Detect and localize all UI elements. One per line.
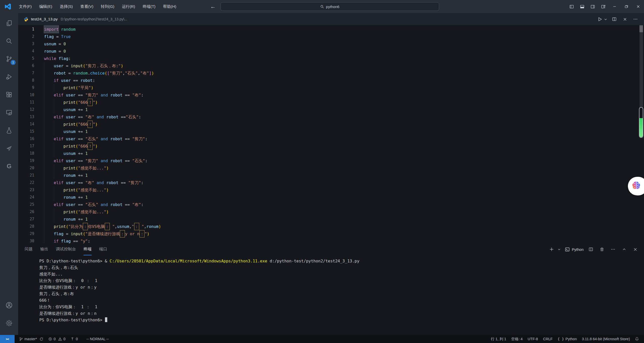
source-control-icon[interactable]: 1	[3, 53, 15, 65]
tab-test24_3_13[interactable]: test24_3_13.py D:\python-test\python2\te…	[18, 13, 132, 25]
indentation-item[interactable]: 空格: 4	[509, 335, 525, 343]
code-line-20[interactable]: 20print("感觉不如...")	[18, 164, 644, 172]
menu-edit[interactable]: 编辑(E)	[35, 2, 56, 11]
split-editor-icon[interactable]	[610, 15, 618, 23]
customize-layout-icon[interactable]	[598, 0, 609, 13]
run-python-file-icon[interactable]	[596, 15, 604, 23]
panel-more-icon[interactable]	[609, 246, 617, 253]
menu-view[interactable]: 查看(V)	[77, 2, 97, 11]
branch-icon	[19, 337, 23, 341]
code-line-2[interactable]: 2flag = True	[18, 33, 644, 40]
code-line-5[interactable]: 5while flag:	[18, 55, 644, 62]
code-line-30[interactable]: 30if flag == "y":	[18, 237, 644, 243]
maximize-panel-icon[interactable]	[620, 246, 628, 253]
panel-tab-output[interactable]: 输出	[40, 243, 48, 255]
explorer-icon[interactable]	[3, 17, 15, 29]
menu-goto[interactable]: 转到(G)	[97, 2, 118, 11]
code-line-14[interactable]: 14print("666！")	[18, 121, 644, 128]
back-arrow-icon[interactable]: ←	[210, 3, 216, 10]
code-editor[interactable]: 1import random2flag = True3usnum = 04ron…	[18, 25, 644, 243]
panel-tab-problems[interactable]: 问题	[25, 243, 33, 255]
line-number: 19	[18, 157, 34, 164]
toggle-sidebar-icon[interactable]	[566, 0, 577, 13]
code-line-29[interactable]: 29flag = input("是否继续进行游戏：y or n：")	[18, 230, 644, 237]
terminal-profile-dropdown-icon[interactable]	[557, 246, 561, 253]
language-mode-item[interactable]: { } Python	[555, 335, 579, 343]
toggle-panel-icon[interactable]	[577, 0, 587, 13]
code-line-27[interactable]: 27ronum += 1	[18, 216, 644, 223]
new-terminal-icon[interactable]	[548, 246, 555, 253]
line-number: 16	[18, 135, 34, 143]
code-line-11[interactable]: 11print("666！")	[18, 99, 644, 106]
indent-guide	[54, 150, 64, 157]
panel-tab-terminal[interactable]: 终端	[84, 243, 92, 255]
eol-item[interactable]: CRLF	[541, 335, 555, 343]
code-line-17[interactable]: 17print("666！")	[18, 143, 644, 150]
remote-explorer-icon[interactable]	[3, 107, 15, 119]
menu-help[interactable]: 帮助(H)	[159, 2, 180, 11]
split-terminal-icon[interactable]	[587, 246, 595, 253]
panel-tab-ports[interactable]: 端口	[99, 243, 107, 255]
toggle-secondary-sidebar-icon[interactable]	[587, 0, 598, 13]
menu-terminal[interactable]: 终端(T)	[139, 2, 159, 11]
run-dropdown-icon[interactable]	[603, 15, 608, 23]
indent-guide	[54, 216, 64, 223]
code-line-10[interactable]: 10elif user == "剪刀" and robot == "布":	[18, 91, 644, 99]
account-icon[interactable]	[3, 299, 15, 311]
settings-gear-icon[interactable]	[3, 317, 15, 329]
extensions-icon[interactable]	[3, 89, 15, 101]
code-line-6[interactable]: 6user = input("剪刀，石头，布:")	[18, 62, 644, 70]
code-line-18[interactable]: 18usnum += 1	[18, 150, 644, 157]
code-line-19[interactable]: 19elif user == "剪刀" and robot == "石头":	[18, 157, 644, 164]
encoding-item[interactable]: UTF-8	[525, 335, 541, 343]
g-extension-icon[interactable]: G	[3, 160, 15, 172]
terminal-output[interactable]: PS D:\python-test\python6> & C:/Users/20…	[18, 255, 644, 323]
menu-selection[interactable]: 选择(S)	[56, 2, 77, 11]
command-center-search[interactable]: python6	[221, 2, 439, 11]
branch-item[interactable]: master*	[17, 335, 46, 343]
vim-mode-item[interactable]: -- NORMAL --	[84, 335, 111, 343]
terminal-line-8: 比分为：你VS电脑： 1 ： 1	[39, 304, 644, 310]
code-line-23[interactable]: 23print("感觉不如...")	[18, 186, 644, 194]
menu-run[interactable]: 运行(R)	[118, 2, 139, 11]
menu-file[interactable]: 文件(F)	[15, 2, 35, 11]
indent-guide	[44, 143, 54, 150]
code-line-12[interactable]: 12usnum += 1	[18, 106, 644, 113]
panel-tab-debug-console[interactable]: 调试控制台	[56, 243, 76, 255]
minimize-button[interactable]	[609, 0, 620, 13]
broadcast-item[interactable]: 0	[68, 335, 80, 343]
python-interpreter-item[interactable]: 3.11.8 64-bit (Microsoft Store)	[579, 335, 632, 343]
more-actions-icon[interactable]	[631, 15, 639, 23]
code-line-28[interactable]: 28print("比分为：你VS电脑： ",usnum,"： ",ronum)	[18, 223, 644, 230]
code-line-4[interactable]: 4ronum = 0	[18, 48, 644, 55]
code-line-3[interactable]: 3usnum = 0	[18, 40, 644, 48]
problems-item[interactable]: 0 0	[46, 335, 68, 343]
restore-button[interactable]	[620, 0, 632, 13]
ai-assistant-button[interactable]	[628, 177, 644, 195]
code-line-8[interactable]: 8if user == robot:	[18, 77, 644, 84]
code-line-1[interactable]: 1import random	[18, 26, 644, 33]
code-line-15[interactable]: 15usnum += 1	[18, 128, 644, 135]
close-window-button[interactable]	[632, 0, 644, 13]
code-line-26[interactable]: 26print("感觉不如...")	[18, 208, 644, 216]
code-line-25[interactable]: 25elif user == "石头" and robot == "布":	[18, 201, 644, 208]
code-line-13[interactable]: 13elif user == "布" and robot =="石头":	[18, 113, 644, 121]
close-editor-icon[interactable]	[621, 15, 629, 23]
testing-icon[interactable]	[3, 124, 15, 136]
code-line-22[interactable]: 22elif user == "布" and robot == "剪刀":	[18, 179, 644, 186]
code-line-7[interactable]: 7robot = random.choice(["剪刀","石头","布"])	[18, 70, 644, 77]
code-line-24[interactable]: 24ronum += 1	[18, 194, 644, 201]
notifications-bell[interactable]	[632, 335, 641, 343]
code-line-16[interactable]: 16elif user == "石头" and robot == "剪刀":	[18, 135, 644, 143]
close-panel-icon[interactable]	[631, 246, 639, 253]
run-debug-icon[interactable]	[3, 71, 15, 83]
editor-scrollbar[interactable]	[638, 25, 644, 243]
kill-terminal-icon[interactable]	[598, 246, 606, 253]
paper-plane-icon[interactable]	[3, 142, 15, 154]
cursor-position-item[interactable]: 行 1, 列 1	[488, 335, 509, 343]
remote-indicator[interactable]: ><	[0, 335, 15, 343]
code-line-9[interactable]: 9print("平局")	[18, 84, 644, 91]
code-line-21[interactable]: 21ronum += 1	[18, 172, 644, 179]
terminal-profile[interactable]: Python	[565, 247, 584, 252]
search-sidebar-icon[interactable]	[3, 35, 15, 47]
